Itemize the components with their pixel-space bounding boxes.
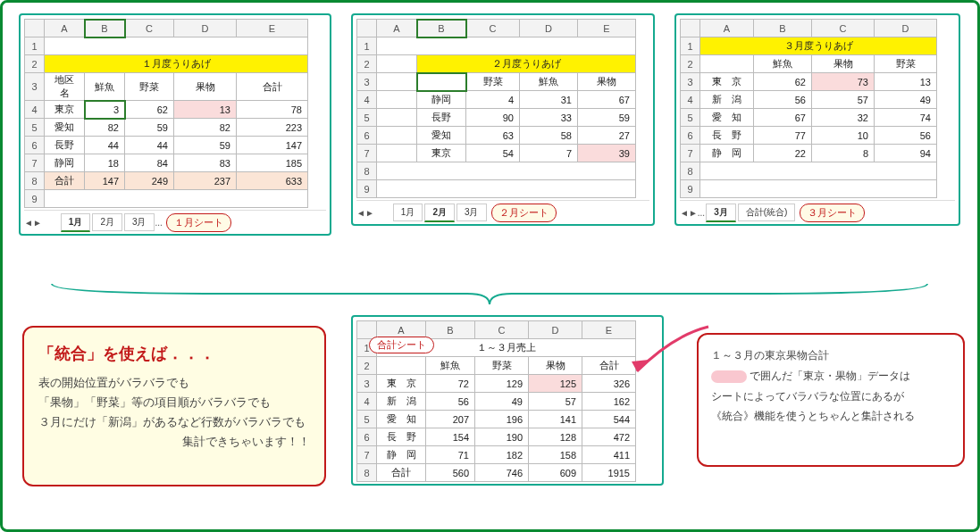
- cell[interactable]: 東京: [417, 145, 466, 162]
- cell[interactable]: 84: [125, 154, 174, 172]
- cell[interactable]: 90: [466, 109, 520, 127]
- cell[interactable]: 58: [520, 127, 578, 145]
- cell-highlight[interactable]: 39: [578, 145, 636, 162]
- row-4[interactable]: 4: [681, 91, 700, 109]
- scroll-left-icon[interactable]: ◄: [24, 218, 33, 228]
- cell[interactable]: 128: [529, 428, 582, 446]
- cell[interactable]: 59: [578, 109, 636, 127]
- cell[interactable]: 147: [85, 172, 125, 190]
- scroll-left-icon[interactable]: ◄: [680, 208, 689, 218]
- cell[interactable]: 411: [582, 446, 636, 464]
- cell[interactable]: 愛知: [45, 119, 85, 137]
- cell[interactable]: 東 京: [377, 375, 426, 393]
- row-8[interactable]: 8: [25, 172, 45, 190]
- cell[interactable]: 56: [875, 127, 937, 145]
- col-A[interactable]: A: [377, 20, 417, 37]
- col-D[interactable]: D: [520, 20, 578, 37]
- tab-3-mar[interactable]: 3月: [706, 204, 736, 222]
- row-7[interactable]: 7: [357, 446, 377, 464]
- cell[interactable]: 162: [582, 393, 636, 411]
- scroll-right-icon[interactable]: ►: [33, 218, 42, 228]
- row-1[interactable]: 1: [25, 37, 45, 55]
- row-7[interactable]: 7: [681, 145, 700, 162]
- cell[interactable]: 67: [578, 91, 636, 109]
- cell[interactable]: 190: [475, 428, 529, 446]
- tab-2-mar[interactable]: 3月: [456, 204, 487, 221]
- cell[interactable]: 合計: [377, 464, 426, 482]
- cell[interactable]: 4: [466, 91, 520, 109]
- row-2[interactable]: 2: [357, 357, 377, 375]
- cell[interactable]: 237: [174, 172, 237, 190]
- row-4[interactable]: 4: [357, 393, 377, 411]
- row-4[interactable]: 4: [25, 101, 45, 119]
- cell[interactable]: 44: [125, 137, 174, 154]
- col-C[interactable]: C: [812, 20, 875, 37]
- cell-highlight[interactable]: 125: [529, 375, 582, 393]
- cell[interactable]: 長 野: [377, 428, 426, 446]
- cell[interactable]: 49: [875, 91, 937, 109]
- cell[interactable]: 249: [125, 172, 174, 190]
- cell[interactable]: 東 京: [700, 73, 754, 91]
- cell[interactable]: 長野: [417, 109, 466, 127]
- row-6[interactable]: 6: [681, 127, 700, 145]
- cell[interactable]: 32: [812, 109, 875, 127]
- cell[interactable]: 196: [475, 411, 529, 428]
- cell[interactable]: 71: [426, 446, 475, 464]
- cell[interactable]: 東京: [45, 101, 85, 119]
- col-D[interactable]: D: [174, 20, 237, 37]
- col-B[interactable]: B: [417, 20, 466, 37]
- cell[interactable]: 207: [426, 411, 475, 428]
- cell[interactable]: 746: [475, 464, 529, 482]
- cell[interactable]: 94: [875, 145, 937, 162]
- cell[interactable]: 13: [875, 73, 937, 91]
- cell[interactable]: 静 岡: [377, 446, 426, 464]
- col-E[interactable]: E: [578, 20, 636, 37]
- row-3[interactable]: 3: [357, 375, 377, 393]
- cell[interactable]: 147: [237, 137, 308, 154]
- tab-1-feb[interactable]: 2月: [92, 213, 122, 231]
- row-7[interactable]: 7: [357, 145, 377, 162]
- row-9[interactable]: 9: [357, 180, 377, 198]
- row-8[interactable]: 8: [357, 464, 377, 482]
- cell[interactable]: 10: [812, 127, 875, 145]
- row-1[interactable]: 1: [357, 37, 377, 55]
- cell[interactable]: 72: [426, 375, 475, 393]
- col-C[interactable]: C: [475, 321, 529, 339]
- row-5[interactable]: 5: [681, 109, 700, 127]
- row-8[interactable]: 8: [357, 162, 377, 180]
- cell[interactable]: 83: [174, 154, 237, 172]
- cell[interactable]: 54: [466, 145, 520, 162]
- cell[interactable]: 182: [475, 446, 529, 464]
- cell[interactable]: 27: [578, 127, 636, 145]
- cell[interactable]: 8: [812, 145, 875, 162]
- cell[interactable]: 56: [426, 393, 475, 411]
- cell[interactable]: 154: [426, 428, 475, 446]
- cell[interactable]: 1915: [582, 464, 636, 482]
- row-5[interactable]: 5: [25, 119, 45, 137]
- row-3[interactable]: 3: [681, 73, 700, 91]
- cell[interactable]: 合計: [45, 172, 85, 190]
- cell[interactable]: 59: [125, 119, 174, 137]
- cell[interactable]: 77: [754, 127, 812, 145]
- col-B[interactable]: B: [85, 20, 125, 37]
- col-B[interactable]: B: [754, 20, 812, 37]
- cell[interactable]: 62: [754, 73, 812, 91]
- row-3[interactable]: 3: [357, 73, 377, 91]
- cell[interactable]: 22: [754, 145, 812, 162]
- cell[interactable]: 59: [174, 137, 237, 154]
- scroll-left-icon[interactable]: ◄: [356, 208, 365, 218]
- cell[interactable]: 223: [237, 119, 308, 137]
- cell[interactable]: 78: [237, 101, 308, 119]
- row-2[interactable]: 2: [681, 55, 700, 73]
- cell[interactable]: 33: [520, 109, 578, 127]
- col-A[interactable]: A: [45, 20, 85, 37]
- tab-2-feb[interactable]: 2月: [424, 204, 455, 222]
- row-9[interactable]: 9: [25, 190, 45, 208]
- row-4[interactable]: 4: [357, 91, 377, 109]
- cell[interactable]: 静岡: [45, 154, 85, 172]
- cell[interactable]: 長 野: [700, 127, 754, 145]
- col-D[interactable]: D: [875, 20, 937, 37]
- row-8[interactable]: 8: [681, 162, 700, 180]
- cell-highlight[interactable]: 73: [812, 73, 875, 91]
- cell[interactable]: 31: [520, 91, 578, 109]
